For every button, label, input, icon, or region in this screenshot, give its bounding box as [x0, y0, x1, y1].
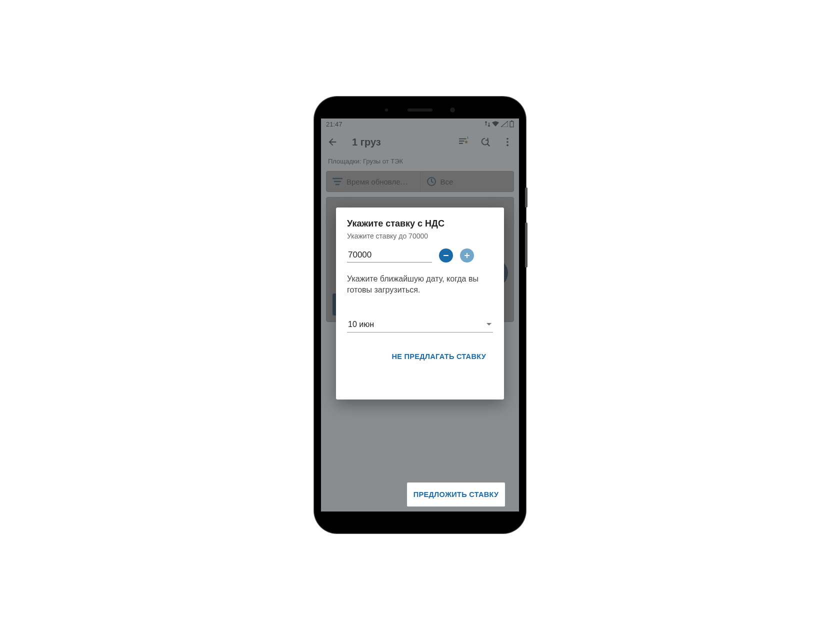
decrement-button[interactable] [439, 248, 453, 262]
svg-line-3 [488, 144, 490, 146]
submit-highlight: ПРЕДЛОЖИТЬ СТАВКУ [407, 482, 505, 506]
svg-rect-0 [510, 122, 514, 127]
phone-frame: 21:47 [315, 98, 525, 532]
svg-point-5 [506, 141, 508, 143]
dialog-title: Укажите ставку с НДС [347, 218, 493, 229]
dialog-subtitle: Укажите ставку до 70000 [347, 232, 493, 240]
earpiece-speaker [408, 108, 432, 112]
refresh-search-icon[interactable] [480, 136, 491, 148]
filter-sort[interactable]: Время обновле… [326, 172, 420, 192]
svg-rect-8 [444, 255, 448, 256]
date-prompt: Укажите ближайшую дату, когда вы готовы … [347, 274, 493, 296]
saved-filter-icon[interactable]: 1 [458, 136, 469, 148]
platform-chip: Площадки: Грузы от ТЭК [321, 154, 519, 168]
clock-icon [426, 176, 436, 186]
svg-point-4 [506, 138, 508, 140]
sort-icon [332, 178, 342, 186]
toolbar: 1 груз 1 [321, 130, 519, 154]
filter-bar: Время обновле… Все [326, 171, 514, 192]
screen: 21:47 [321, 118, 519, 512]
page-title: 1 груз [352, 136, 448, 148]
phone-top [321, 104, 519, 118]
front-camera [450, 108, 455, 112]
phone-chin [321, 512, 519, 532]
battery-icon [510, 120, 514, 128]
rate-input[interactable] [347, 248, 432, 262]
minus-icon [442, 252, 450, 259]
status-time: 21:47 [326, 120, 342, 128]
svg-text:1: 1 [466, 136, 468, 140]
signal-icon [501, 121, 508, 127]
svg-rect-1 [511, 120, 512, 122]
filter-time-label: Все [440, 178, 454, 186]
svg-point-6 [506, 144, 508, 146]
volume-button [525, 222, 528, 268]
submit-rate-button[interactable]: ПРЕДЛОЖИТЬ СТАВКУ [414, 490, 499, 498]
svg-rect-10 [466, 253, 468, 258]
skip-rate-button[interactable]: НЕ ПРЕДЛАГАТЬ СТАВКУ [384, 346, 493, 366]
proximity-sensor [385, 108, 388, 112]
status-icons [485, 120, 514, 128]
filter-time[interactable]: Все [420, 172, 514, 192]
wifi-icon [492, 121, 500, 127]
data-icon [485, 121, 490, 127]
more-icon[interactable] [502, 136, 513, 148]
power-button [525, 188, 528, 208]
status-bar: 21:47 [321, 118, 519, 130]
date-value: 10 июн [348, 320, 374, 329]
back-icon[interactable] [327, 136, 338, 148]
plus-icon [464, 252, 470, 259]
dropdown-icon [486, 322, 492, 326]
date-select[interactable]: 10 июн [347, 318, 493, 332]
rate-dialog: Укажите ставку с НДС Укажите ставку до 7… [336, 208, 504, 400]
filter-sort-label: Время обновле… [346, 178, 408, 186]
increment-button[interactable] [460, 248, 474, 262]
